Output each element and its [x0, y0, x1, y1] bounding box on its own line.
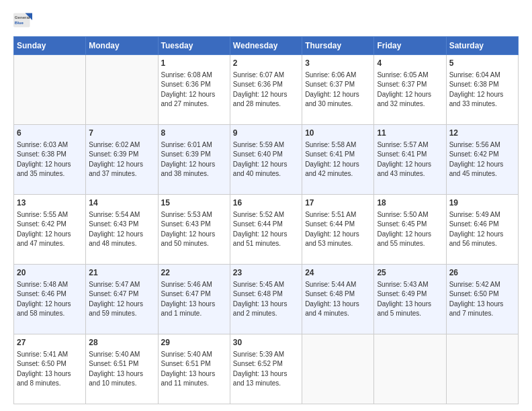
- day-info: Sunrise: 6:01 AM Sunset: 6:39 PM Dayligh…: [161, 140, 227, 179]
- weekday-header-sunday: Sunday: [14, 37, 86, 55]
- day-cell: 26Sunrise: 5:42 AM Sunset: 6:50 PM Dayli…: [446, 265, 518, 334]
- day-cell: 16Sunrise: 5:52 AM Sunset: 6:44 PM Dayli…: [230, 195, 302, 265]
- day-number: 9: [233, 128, 299, 139]
- day-number: 26: [449, 267, 515, 279]
- day-cell: 15Sunrise: 5:53 AM Sunset: 6:43 PM Dayli…: [158, 195, 230, 265]
- day-cell: 23Sunrise: 5:45 AM Sunset: 6:48 PM Dayli…: [230, 265, 302, 334]
- day-info: Sunrise: 5:57 AM Sunset: 6:41 PM Dayligh…: [377, 140, 443, 179]
- day-cell: 19Sunrise: 5:49 AM Sunset: 6:46 PM Dayli…: [446, 195, 518, 265]
- day-info: Sunrise: 5:49 AM Sunset: 6:46 PM Dayligh…: [449, 210, 515, 249]
- day-cell: 22Sunrise: 5:46 AM Sunset: 6:47 PM Dayli…: [158, 265, 230, 334]
- day-number: 30: [233, 337, 299, 349]
- day-number: 22: [161, 267, 227, 279]
- day-info: Sunrise: 6:02 AM Sunset: 6:39 PM Dayligh…: [89, 140, 154, 179]
- day-info: Sunrise: 6:04 AM Sunset: 6:38 PM Dayligh…: [449, 71, 515, 109]
- day-cell: 1Sunrise: 6:08 AM Sunset: 6:36 PM Daylig…: [158, 55, 230, 125]
- day-cell: 25Sunrise: 5:43 AM Sunset: 6:49 PM Dayli…: [374, 265, 446, 334]
- day-cell: 24Sunrise: 5:44 AM Sunset: 6:48 PM Dayli…: [302, 265, 374, 334]
- day-number: 25: [377, 267, 443, 279]
- day-number: 16: [233, 197, 299, 209]
- day-info: Sunrise: 5:52 AM Sunset: 6:44 PM Dayligh…: [233, 210, 299, 249]
- day-cell: 21Sunrise: 5:47 AM Sunset: 6:47 PM Dayli…: [86, 265, 158, 334]
- day-info: Sunrise: 5:45 AM Sunset: 6:48 PM Dayligh…: [233, 280, 299, 319]
- day-info: Sunrise: 6:07 AM Sunset: 6:36 PM Dayligh…: [233, 71, 299, 109]
- day-cell: 9Sunrise: 5:59 AM Sunset: 6:40 PM Daylig…: [230, 125, 302, 195]
- day-number: 6: [17, 128, 83, 139]
- day-info: Sunrise: 6:05 AM Sunset: 6:37 PM Dayligh…: [377, 71, 443, 109]
- calendar-table: SundayMondayTuesdayWednesdayThursdayFrid…: [13, 36, 519, 404]
- logo-icon: General Blue: [13, 11, 32, 30]
- day-number: 20: [17, 267, 83, 279]
- weekday-header-thursday: Thursday: [302, 37, 374, 55]
- day-cell: 6Sunrise: 6:03 AM Sunset: 6:38 PM Daylig…: [14, 125, 86, 195]
- weekday-header-friday: Friday: [374, 37, 446, 55]
- day-info: Sunrise: 5:54 AM Sunset: 6:43 PM Dayligh…: [89, 210, 154, 249]
- day-number: 18: [377, 197, 443, 209]
- day-number: 3: [305, 58, 371, 69]
- week-row-4: 20Sunrise: 5:48 AM Sunset: 6:46 PM Dayli…: [14, 265, 519, 334]
- day-info: Sunrise: 6:08 AM Sunset: 6:36 PM Dayligh…: [161, 71, 227, 109]
- day-number: 8: [161, 128, 227, 139]
- day-info: Sunrise: 6:06 AM Sunset: 6:37 PM Dayligh…: [305, 71, 371, 109]
- day-number: 5: [449, 58, 515, 69]
- day-number: 13: [17, 197, 83, 209]
- day-info: Sunrise: 5:53 AM Sunset: 6:43 PM Dayligh…: [161, 210, 227, 249]
- svg-text:Blue: Blue: [15, 20, 24, 25]
- day-number: 27: [17, 337, 83, 349]
- day-number: 10: [305, 128, 371, 139]
- day-info: Sunrise: 5:40 AM Sunset: 6:51 PM Dayligh…: [161, 350, 227, 389]
- weekday-header-tuesday: Tuesday: [158, 37, 230, 55]
- day-number: 21: [89, 267, 154, 279]
- week-row-2: 6Sunrise: 6:03 AM Sunset: 6:38 PM Daylig…: [14, 125, 519, 195]
- week-row-5: 27Sunrise: 5:41 AM Sunset: 6:50 PM Dayli…: [14, 334, 519, 404]
- day-info: Sunrise: 5:46 AM Sunset: 6:47 PM Dayligh…: [161, 280, 227, 319]
- day-info: Sunrise: 5:48 AM Sunset: 6:46 PM Dayligh…: [17, 280, 83, 319]
- day-info: Sunrise: 5:44 AM Sunset: 6:48 PM Dayligh…: [305, 280, 371, 319]
- day-info: Sunrise: 5:42 AM Sunset: 6:50 PM Dayligh…: [449, 280, 515, 319]
- day-cell: 28Sunrise: 5:40 AM Sunset: 6:51 PM Dayli…: [86, 334, 158, 404]
- page: General Blue SundayMondayTuesdayWednesda…: [0, 0, 532, 411]
- day-cell: 20Sunrise: 5:48 AM Sunset: 6:46 PM Dayli…: [14, 265, 86, 334]
- day-cell: 5Sunrise: 6:04 AM Sunset: 6:38 PM Daylig…: [446, 55, 518, 125]
- week-row-3: 13Sunrise: 5:55 AM Sunset: 6:42 PM Dayli…: [14, 195, 519, 265]
- day-number: 1: [161, 58, 227, 69]
- day-number: 2: [233, 58, 299, 69]
- day-info: Sunrise: 5:47 AM Sunset: 6:47 PM Dayligh…: [89, 280, 154, 319]
- weekday-header-saturday: Saturday: [446, 37, 518, 55]
- day-number: 4: [377, 58, 443, 69]
- day-cell: 7Sunrise: 6:02 AM Sunset: 6:39 PM Daylig…: [86, 125, 158, 195]
- day-cell: [446, 334, 518, 404]
- day-number: 14: [89, 197, 154, 209]
- day-cell: 3Sunrise: 6:06 AM Sunset: 6:37 PM Daylig…: [302, 55, 374, 125]
- day-number: 29: [161, 337, 227, 349]
- day-info: Sunrise: 5:41 AM Sunset: 6:50 PM Dayligh…: [17, 350, 83, 389]
- weekday-header-wednesday: Wednesday: [230, 37, 302, 55]
- day-info: Sunrise: 5:50 AM Sunset: 6:45 PM Dayligh…: [377, 210, 443, 249]
- day-info: Sunrise: 5:55 AM Sunset: 6:42 PM Dayligh…: [17, 210, 83, 249]
- day-cell: [14, 55, 86, 125]
- day-number: 28: [89, 337, 154, 349]
- day-cell: 29Sunrise: 5:40 AM Sunset: 6:51 PM Dayli…: [158, 334, 230, 404]
- day-info: Sunrise: 5:43 AM Sunset: 6:49 PM Dayligh…: [377, 280, 443, 319]
- day-cell: 14Sunrise: 5:54 AM Sunset: 6:43 PM Dayli…: [86, 195, 158, 265]
- day-number: 17: [305, 197, 371, 209]
- day-info: Sunrise: 5:59 AM Sunset: 6:40 PM Dayligh…: [233, 140, 299, 179]
- day-info: Sunrise: 5:58 AM Sunset: 6:41 PM Dayligh…: [305, 140, 371, 179]
- day-info: Sunrise: 5:39 AM Sunset: 6:52 PM Dayligh…: [233, 350, 299, 389]
- header: General Blue: [13, 11, 519, 30]
- day-info: Sunrise: 5:56 AM Sunset: 6:42 PM Dayligh…: [449, 140, 515, 179]
- day-number: 15: [161, 197, 227, 209]
- day-number: 11: [377, 128, 443, 139]
- day-number: 23: [233, 267, 299, 279]
- day-info: Sunrise: 5:51 AM Sunset: 6:44 PM Dayligh…: [305, 210, 371, 249]
- day-cell: 10Sunrise: 5:58 AM Sunset: 6:41 PM Dayli…: [302, 125, 374, 195]
- day-number: 12: [449, 128, 515, 139]
- day-cell: 2Sunrise: 6:07 AM Sunset: 6:36 PM Daylig…: [230, 55, 302, 125]
- day-cell: 27Sunrise: 5:41 AM Sunset: 6:50 PM Dayli…: [14, 334, 86, 404]
- day-cell: [86, 55, 158, 125]
- day-cell: [302, 334, 374, 404]
- day-cell: 17Sunrise: 5:51 AM Sunset: 6:44 PM Dayli…: [302, 195, 374, 265]
- svg-text:General: General: [15, 15, 30, 19]
- day-info: Sunrise: 5:40 AM Sunset: 6:51 PM Dayligh…: [89, 350, 154, 389]
- logo: General Blue: [13, 11, 35, 30]
